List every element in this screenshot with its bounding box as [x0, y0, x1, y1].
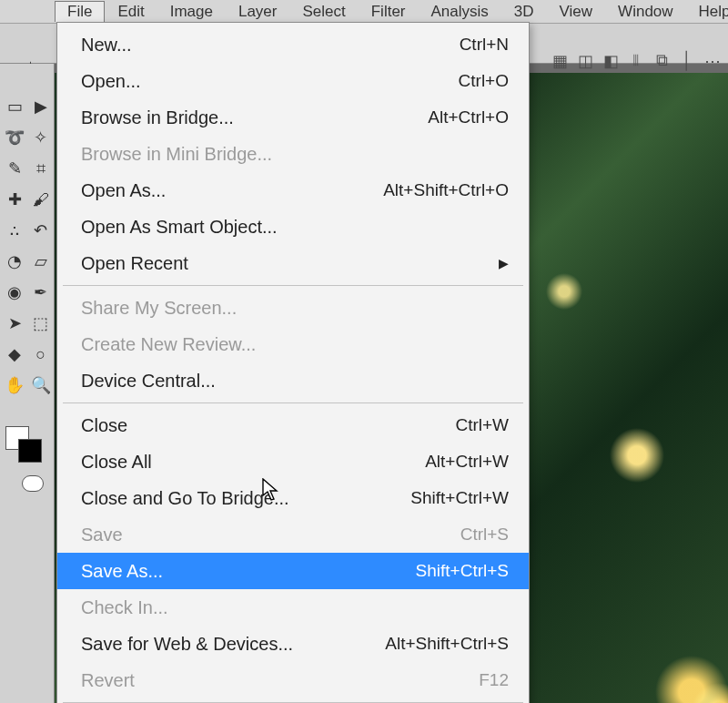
menu-analysis[interactable]: Analysis	[419, 1, 501, 23]
menu-item-open-as-smart-object[interactable]: Open As Smart Object...	[57, 209, 529, 245]
menu-separator	[63, 285, 523, 286]
eraser-icon[interactable]: ▱	[30, 250, 53, 273]
healing-icon[interactable]: ✚	[4, 188, 26, 211]
bucket-icon[interactable]: ◔	[4, 250, 26, 273]
menu-item-shortcut: Ctrl+N	[460, 32, 509, 58]
menu-item-label: Close and Go To Bridge...	[81, 484, 289, 512]
menu-item-device-central[interactable]: Device Central...	[57, 362, 529, 399]
shape2-icon[interactable]: ○	[30, 342, 53, 366]
menu-item-label: Save As...	[81, 557, 163, 585]
menu-item-save-as[interactable]: Save As...Shift+Ctrl+S	[57, 553, 529, 589]
menu-item-open-as[interactable]: Open As...Alt+Shift+Ctrl+O	[57, 172, 529, 209]
menu-select[interactable]: Select	[289, 1, 358, 23]
menu-item-label: Revert	[81, 667, 135, 694]
pen-icon[interactable]: ✒	[30, 280, 53, 304]
menu-item-label: Open Recent	[81, 250, 188, 277]
menu-item-close-and-go-to-bridge[interactable]: Close and Go To Bridge...Shift+Ctrl+W	[57, 480, 529, 516]
layout-icon[interactable]: ◫	[575, 51, 595, 71]
magic-wand-icon[interactable]: ✧	[30, 126, 53, 149]
menu-item-label: Device Central...	[81, 367, 216, 394]
submenu-arrow-icon: ▶	[499, 254, 509, 273]
menu-item-open-recent[interactable]: Open Recent▶	[57, 245, 529, 281]
menu-item-label: Open...	[81, 67, 141, 95]
menu-file[interactable]: File	[55, 1, 105, 22]
crop-icon[interactable]: ⌗	[30, 157, 53, 180]
menu-help[interactable]: Help	[686, 1, 728, 23]
menu-item-label: Share My Screen...	[81, 294, 237, 321]
menu-item-revert: RevertF12	[57, 662, 529, 698]
grid-icon[interactable]: ▦	[550, 51, 570, 71]
blur-icon[interactable]: ◉	[4, 280, 26, 304]
panel-l-icon[interactable]: ⦀	[626, 51, 646, 71]
menu-item-label: Save for Web & Devices...	[81, 630, 293, 657]
panel-r-icon[interactable]: ⧉	[652, 51, 672, 71]
menu-item-shortcut: Alt+Shift+Ctrl+S	[385, 631, 509, 657]
quickmask-icon[interactable]	[22, 475, 44, 492]
menu-item-label: Check In...	[81, 594, 168, 621]
pointer-icon[interactable]: ➤	[4, 311, 26, 335]
zoom-icon[interactable]: 🔍	[30, 373, 53, 397]
menu-filter[interactable]: Filter	[359, 1, 419, 23]
stamp-icon[interactable]: ⛬	[4, 219, 26, 242]
menu-item-shortcut: Ctrl+W	[455, 413, 509, 439]
menu-item-shortcut: Alt+Ctrl+O	[428, 105, 509, 131]
menu-item-shortcut: Shift+Ctrl+S	[416, 558, 509, 585]
background-swatch[interactable]	[18, 439, 42, 463]
menu-item-label: Save	[81, 521, 123, 548]
menu-item-label: Browse in Mini Bridge...	[81, 140, 272, 168]
menu-item-label: Close All	[81, 448, 152, 475]
tool-panel: ▭▶➰✧✎⌗✚🖌⛬↶◔▱◉✒➤⬚◆○✋🔍	[0, 64, 55, 703]
menu-item-shortcut: Ctrl+S	[460, 522, 509, 548]
menu-view[interactable]: View	[547, 1, 606, 23]
menu-item-check-in: Check In...	[57, 589, 529, 626]
menu-item-shortcut: Shift+Ctrl+W	[410, 485, 509, 512]
menu-item-close-all[interactable]: Close AllAlt+Ctrl+W	[57, 443, 529, 480]
history-brush-icon[interactable]: ↶	[30, 219, 53, 242]
menu-window[interactable]: Window	[605, 1, 685, 23]
options-bar-right-icons: ▦◫◧⦀⧉│⋯	[550, 51, 723, 71]
menu-item-label: Close	[81, 412, 127, 439]
layout2-icon[interactable]: ◧	[601, 51, 621, 71]
menu-item-label: Open As Smart Object...	[81, 213, 278, 240]
arrow-right-icon[interactable]: ▶	[30, 95, 53, 118]
lasso-icon[interactable]: ➰	[4, 126, 26, 149]
menu-layer[interactable]: Layer	[226, 1, 290, 23]
menu-item-browse-in-mini-bridge: Browse in Mini Bridge...	[57, 136, 529, 172]
shape-icon[interactable]: ◆	[4, 342, 26, 366]
menubar: FileEditImageLayerSelectFilterAnalysis3D…	[0, 0, 728, 24]
menu-item-browse-in-bridge[interactable]: Browse in Bridge...Alt+Ctrl+O	[57, 99, 529, 136]
marquee-icon[interactable]: ▭	[4, 95, 26, 118]
menu-item-share-my-screen: Share My Screen...	[57, 290, 529, 326]
menu-edit[interactable]: Edit	[105, 1, 157, 23]
menu-3d[interactable]: 3D	[501, 1, 547, 23]
brush-icon[interactable]: 🖌	[30, 188, 53, 211]
menu-item-label: Create New Review...	[81, 331, 256, 358]
menu-item-label: New...	[81, 31, 132, 58]
menu-item-save: SaveCtrl+S	[57, 516, 529, 553]
menu-item-create-new-review: Create New Review...	[57, 326, 529, 362]
menu-separator	[63, 402, 523, 403]
menu-item-shortcut: Alt+Ctrl+W	[425, 449, 509, 475]
menu-item-close[interactable]: CloseCtrl+W	[57, 407, 529, 443]
more-icon[interactable]: ⋯	[703, 51, 723, 71]
divider-icon[interactable]: │	[677, 51, 697, 71]
path-select-icon[interactable]: ⬚	[30, 311, 53, 335]
file-menu-dropdown: New...Ctrl+NOpen...Ctrl+OBrowse in Bridg…	[56, 22, 530, 703]
menu-item-shortcut: Alt+Shift+Ctrl+O	[383, 178, 509, 204]
menu-image[interactable]: Image	[157, 1, 226, 23]
menu-item-shortcut: F12	[479, 667, 509, 694]
menu-item-label: Browse in Bridge...	[81, 104, 234, 131]
menu-item-open[interactable]: Open...Ctrl+O	[57, 63, 529, 99]
menu-item-shortcut: Ctrl+O	[459, 68, 509, 95]
menu-item-new[interactable]: New...Ctrl+N	[57, 26, 529, 63]
hand-icon[interactable]: ✋	[4, 373, 26, 397]
menu-item-save-for-web-devices[interactable]: Save for Web & Devices...Alt+Shift+Ctrl+…	[57, 626, 529, 662]
eyedropper-icon[interactable]: ✎	[4, 157, 26, 180]
menu-item-label: Open As...	[81, 177, 166, 204]
